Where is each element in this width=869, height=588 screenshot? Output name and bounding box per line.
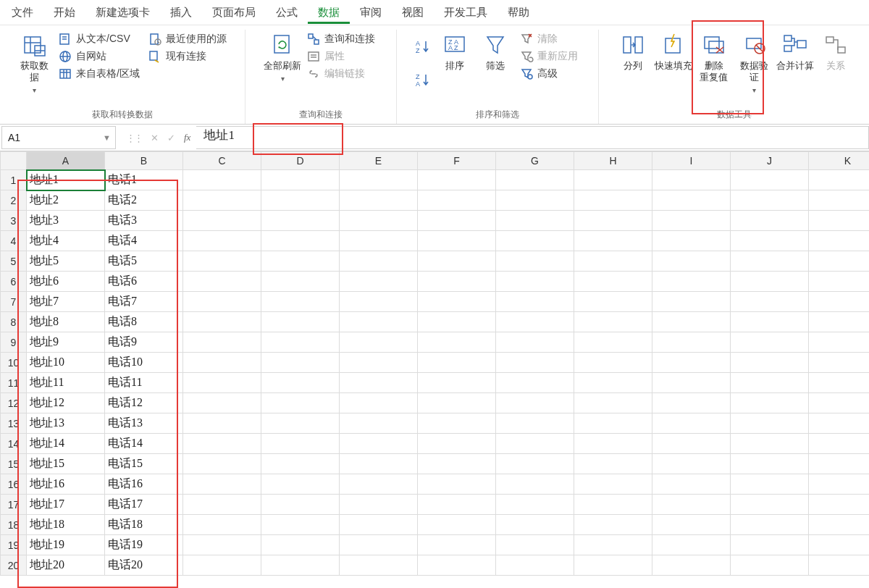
cell[interactable]: 电话8 [105, 312, 183, 332]
cell[interactable] [183, 211, 261, 231]
row-header-10[interactable]: 10 [1, 353, 27, 373]
cell[interactable] [731, 170, 809, 190]
cell[interactable] [183, 393, 261, 413]
menu-审阅[interactable]: 审阅 [350, 1, 392, 24]
cell[interactable]: 地址2 [27, 190, 105, 211]
cell[interactable] [652, 555, 731, 576]
cell[interactable] [731, 312, 809, 332]
col-header-H[interactable]: H [574, 152, 652, 170]
cell[interactable] [496, 373, 574, 393]
cancel-icon[interactable]: ✕ [151, 133, 159, 143]
cell[interactable]: 电话11 [105, 373, 183, 393]
cell[interactable] [809, 292, 870, 312]
cell[interactable] [496, 393, 574, 413]
cell[interactable] [652, 251, 731, 272]
cell[interactable] [418, 272, 496, 292]
cell[interactable] [809, 515, 870, 535]
cell[interactable]: 地址6 [27, 272, 105, 292]
cell[interactable] [652, 413, 731, 434]
cell[interactable] [340, 170, 418, 190]
cell[interactable] [652, 353, 731, 373]
cell[interactable] [731, 495, 809, 515]
cell[interactable] [183, 312, 261, 332]
consolidate-button[interactable]: 合并计算 [775, 30, 815, 75]
text-to-columns-button[interactable]: 分列 [613, 30, 653, 75]
relationships-button[interactable]: 关系 [815, 30, 856, 75]
cell[interactable]: 电话20 [105, 555, 183, 576]
cell[interactable] [731, 190, 809, 211]
col-header-G[interactable]: G [496, 152, 574, 170]
cell[interactable] [574, 170, 652, 190]
cell[interactable]: 地址14 [27, 434, 105, 454]
cell[interactable] [418, 231, 496, 251]
cell[interactable] [183, 292, 261, 312]
cell[interactable] [809, 170, 870, 190]
cell[interactable]: 电话7 [105, 292, 183, 312]
cell[interactable] [574, 474, 652, 495]
cell[interactable] [340, 332, 418, 353]
menu-帮助[interactable]: 帮助 [498, 1, 540, 24]
row-header-16[interactable]: 16 [1, 474, 27, 495]
cell[interactable] [731, 474, 809, 495]
cell[interactable] [496, 312, 574, 332]
cell[interactable] [809, 535, 870, 555]
cell[interactable] [809, 312, 870, 332]
cell[interactable]: 地址17 [27, 495, 105, 515]
cell[interactable] [731, 272, 809, 292]
cell[interactable] [183, 555, 261, 576]
cell[interactable]: 电话10 [105, 353, 183, 373]
get-data-button[interactable]: 获取数 据 ▾ [14, 30, 54, 99]
cell[interactable]: 电话5 [105, 251, 183, 272]
cell[interactable]: 电话4 [105, 231, 183, 251]
cell[interactable] [652, 292, 731, 312]
cell[interactable] [418, 251, 496, 272]
cell[interactable] [340, 515, 418, 535]
cell[interactable] [340, 535, 418, 555]
cell[interactable] [809, 393, 870, 413]
cell[interactable] [496, 555, 574, 576]
cell[interactable] [496, 292, 574, 312]
cell[interactable]: 地址1 [27, 170, 105, 190]
cell[interactable] [731, 211, 809, 231]
cell[interactable]: 电话3 [105, 211, 183, 231]
cell[interactable] [261, 474, 340, 495]
cell[interactable]: 地址10 [27, 353, 105, 373]
cell[interactable] [183, 515, 261, 535]
cell[interactable] [261, 353, 340, 373]
cell[interactable] [496, 332, 574, 353]
from-table-button[interactable]: 来自表格/区域 [56, 66, 143, 82]
cell[interactable] [496, 413, 574, 434]
cell[interactable] [496, 474, 574, 495]
cell[interactable] [652, 535, 731, 555]
cell[interactable] [652, 211, 731, 231]
cell[interactable] [652, 231, 731, 251]
cell[interactable] [574, 555, 652, 576]
properties-button[interactable]: 属性 [304, 49, 378, 64]
row-header-2[interactable]: 2 [1, 190, 27, 211]
cell[interactable]: 电话14 [105, 434, 183, 454]
cell[interactable] [496, 434, 574, 454]
cell[interactable]: 地址5 [27, 251, 105, 272]
cell[interactable] [418, 353, 496, 373]
cell[interactable] [652, 332, 731, 353]
cell[interactable] [809, 272, 870, 292]
cell[interactable] [574, 190, 652, 211]
cell[interactable]: 电话15 [105, 454, 183, 474]
menu-公式[interactable]: 公式 [266, 1, 308, 24]
cell[interactable] [183, 231, 261, 251]
cell[interactable] [496, 272, 574, 292]
cell[interactable] [809, 474, 870, 495]
cell[interactable] [731, 251, 809, 272]
cell[interactable] [496, 190, 574, 211]
cell[interactable] [574, 332, 652, 353]
flash-fill-button[interactable]: 快速填充 [653, 30, 694, 75]
cell[interactable]: 地址15 [27, 454, 105, 474]
cell[interactable] [574, 353, 652, 373]
cell[interactable] [340, 373, 418, 393]
cell[interactable] [809, 555, 870, 576]
cell[interactable] [809, 353, 870, 373]
cell[interactable]: 电话13 [105, 413, 183, 434]
cell[interactable] [809, 231, 870, 251]
cell[interactable] [574, 495, 652, 515]
cell[interactable] [418, 373, 496, 393]
